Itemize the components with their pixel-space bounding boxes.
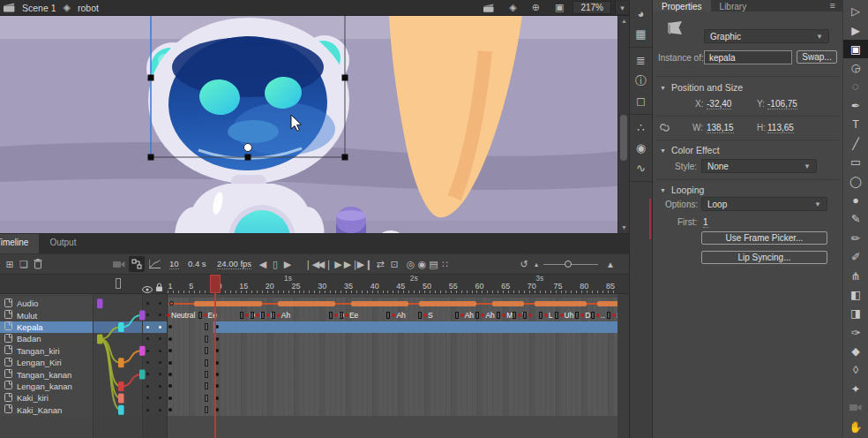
bone-tool[interactable]: ⋔ [843,266,868,284]
parent-column-header-icon[interactable] [116,278,121,289]
link-dimensions-icon[interactable] [659,121,670,137]
current-frame-field[interactable]: 10 [169,259,179,269]
onion-outlines-icon[interactable]: ◉ [417,254,427,274]
layer-frames-cell[interactable] [168,404,617,416]
scene-name[interactable]: Scene 1 [22,3,56,13]
pencil-tool[interactable]: ✎ [843,209,868,228]
mouth-keyframe-dot[interactable] [481,313,484,317]
transform-point[interactable] [244,144,252,152]
stage-canvas[interactable] [0,16,629,233]
looping-header[interactable]: ▼Looping [660,185,704,195]
brush-library-panel-icon[interactable]: ∴ [630,117,652,138]
layer-visibility-dot[interactable] [146,361,149,364]
layer-parent-cell[interactable] [94,368,143,380]
layer-parent-cell[interactable] [94,345,143,357]
layer-row-mulut[interactable]: MulutNeutralEeDEFAhDEeAhSAhAhMTLUhD..S [0,309,629,321]
layer-row-tangan_kanan[interactable]: Tangan_kanan [0,368,629,380]
layer-frames-cell[interactable] [168,381,617,392]
layer-visibility-dot[interactable] [146,313,149,316]
keyframe-dot[interactable] [215,349,219,352]
export-icon[interactable]: ⊡ [388,254,400,274]
keyframe-dot[interactable] [168,349,172,352]
mouth-keyframe-dot[interactable] [518,313,521,317]
eye-column-icon[interactable] [142,281,153,297]
layer-frames-cell[interactable] [168,392,617,404]
layer-frames-cell[interactable] [168,298,617,309]
layer-lock-dot[interactable] [159,373,161,375]
keyframe-dot[interactable] [168,325,172,328]
gradient-transform-tool[interactable]: ◶ [843,58,868,77]
mouth-keyframe-dot[interactable] [580,313,584,317]
marker-range-icon[interactable]: ∷ [440,254,450,274]
edit-scene-icon[interactable] [483,4,494,12]
layer-lock-dot[interactable] [159,313,161,316]
line-tool[interactable]: ╱ [843,134,868,153]
next-frame-button[interactable]: ▶❘ [346,254,357,274]
asset-warp-tool[interactable]: ✦ [843,380,868,398]
keyframe-dot[interactable] [168,396,172,400]
mouth-keyframe-dot[interactable] [502,313,505,317]
mouth-keyframe-dot[interactable] [460,313,464,317]
layer-lock-dot[interactable] [159,350,161,352]
layer-name-cell[interactable]: Lengan_kanan [0,381,94,392]
keyframe-dot[interactable] [215,384,219,388]
layer-parent-cell[interactable] [94,298,143,309]
layer-lock-dot[interactable] [159,302,161,305]
zoom-chevron-icon[interactable]: ▾ [615,1,629,14]
mouth-keyframe-dot[interactable] [544,313,548,317]
layer-visibility-dot[interactable] [146,396,149,399]
delete-icon[interactable] [32,254,44,274]
polystar-tool[interactable]: ● [843,191,868,209]
scroll-thumb[interactable] [620,115,627,161]
transform-panel-icon[interactable]: ◻ [630,91,652,111]
layer-row-kaki_kanan[interactable]: Kaki_Kanan [0,404,629,416]
tab-properties[interactable]: Properties [653,0,711,11]
layer-name-cell[interactable]: Mulut [0,309,94,321]
symbol-name[interactable]: robot [78,3,99,13]
mouth-keyframe-dot[interactable] [204,313,207,317]
instance-name-field[interactable]: kepala [704,50,792,64]
clip-content-icon[interactable]: ▣ [555,2,564,13]
layer-frames-cell[interactable] [168,368,617,380]
info-panel-icon[interactable]: ⓘ [630,71,652,91]
layer-visibility-dot[interactable] [146,326,149,328]
zoom-out-icon[interactable]: ▴ [531,254,542,274]
mouth-keyframe-dot[interactable] [277,313,281,317]
playhead-marker[interactable] [210,275,221,293]
classic-brush-tool[interactable]: ✏ [843,229,868,247]
next-marker-icon[interactable]: ▶ [282,254,293,274]
layer-name-cell[interactable]: Tangan_kanan [0,368,94,380]
play-button[interactable]: ▶ [333,254,344,274]
new-layer-icon[interactable]: ⊞ [4,254,16,274]
tab-output[interactable]: Output [39,234,86,253]
free-transform-tool[interactable]: ▣ [843,40,868,58]
subselection-tool[interactable]: ▶ [843,20,868,39]
layer-lock-dot[interactable] [159,361,161,364]
layer-visibility-dot[interactable] [146,337,149,340]
mouth-keyframe-dot[interactable] [266,313,270,317]
mouth-keyframe-dot[interactable] [256,313,259,317]
mouth-keyframe-dot[interactable] [612,313,616,317]
lock-column-icon[interactable] [155,280,163,296]
keyframe-dot[interactable] [215,361,219,365]
keyframe-dot[interactable] [168,337,172,341]
mouth-keyframe-dot[interactable] [345,313,348,317]
layer-row-badan[interactable]: Badan [0,333,629,344]
mouth-keyframe-dot[interactable] [392,313,395,317]
stage-vertical-scrollbar[interactable]: ▲ ▼ [617,16,629,233]
w-value[interactable]: 138,15 [707,123,734,133]
swatches-panel-icon[interactable]: ▦ [630,24,652,44]
layer-parent-cell[interactable] [94,333,143,344]
timeline-zoom-slider[interactable] [543,264,598,265]
style-dropdown[interactable]: None▼ [701,159,817,173]
graph-view-icon[interactable] [146,254,162,274]
mouth-keyframe-dot[interactable] [596,313,600,317]
zoom-in-icon[interactable]: ▲ [603,254,617,274]
keyframe-dot[interactable] [168,384,172,388]
selection-tool[interactable]: ▷ [843,2,868,20]
keyframe-dot[interactable] [168,408,172,412]
layer-row-audio[interactable]: Audio [0,298,629,309]
layer-lock-dot[interactable] [159,396,161,399]
swap-button[interactable]: Swap... [797,50,837,64]
layer-row-lengan_kiri[interactable]: Lengan_Kiri [0,357,629,368]
